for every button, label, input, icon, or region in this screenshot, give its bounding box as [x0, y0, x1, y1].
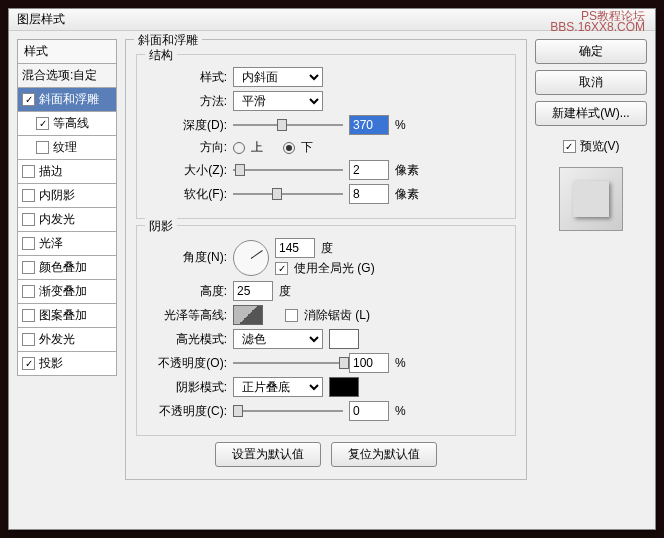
size-label: 大小(Z): — [147, 162, 227, 179]
sidebar-item-5[interactable]: 内发光 — [17, 208, 117, 232]
altitude-input[interactable] — [233, 281, 273, 301]
sidebar-item-7[interactable]: 颜色叠加 — [17, 256, 117, 280]
sidebar-label: 内发光 — [39, 211, 75, 228]
styles-sidebar: 样式 混合选项:自定 斜面和浮雕等高线纹理描边内阴影内发光光泽颜色叠加渐变叠加图… — [17, 39, 117, 521]
sidebar-label: 外发光 — [39, 331, 75, 348]
structure-group: 结构 样式: 内斜面 方法: 平滑 深度(D): — [136, 54, 516, 219]
sidebar-item-4[interactable]: 内阴影 — [17, 184, 117, 208]
depth-input[interactable] — [349, 115, 389, 135]
soften-slider[interactable] — [233, 185, 343, 203]
sidebar-checkbox-6[interactable] — [22, 237, 35, 250]
sidebar-item-6[interactable]: 光泽 — [17, 232, 117, 256]
antialias-checkbox[interactable] — [285, 309, 298, 322]
reset-default-button[interactable]: 复位为默认值 — [331, 442, 437, 467]
watermark: PS教程论坛 BBS.16XX8.COM — [550, 11, 645, 33]
style-select[interactable]: 内斜面 — [233, 67, 323, 87]
shading-group: 阴影 角度(N): 度 使用全局光 — [136, 225, 516, 436]
sidebar-label: 渐变叠加 — [39, 283, 87, 300]
sidebar-item-2[interactable]: 纹理 — [17, 136, 117, 160]
highlight-opacity-label: 不透明度(O): — [147, 355, 227, 372]
highlight-mode-select[interactable]: 滤色 — [233, 329, 323, 349]
soften-input[interactable] — [349, 184, 389, 204]
sidebar-blend-options[interactable]: 混合选项:自定 — [17, 64, 117, 88]
sidebar-checkbox-10[interactable] — [22, 333, 35, 346]
sidebar-label: 内阴影 — [39, 187, 75, 204]
cancel-button[interactable]: 取消 — [535, 70, 647, 95]
preview-thumbnail — [559, 167, 623, 231]
soften-label: 软化(F): — [147, 186, 227, 203]
shadow-opacity-input[interactable] — [349, 401, 389, 421]
sidebar-item-11[interactable]: 投影 — [17, 352, 117, 376]
preview-label: 预览(V) — [580, 138, 620, 155]
sidebar-checkbox-7[interactable] — [22, 261, 35, 274]
sidebar-checkbox-2[interactable] — [36, 141, 49, 154]
sidebar-item-9[interactable]: 图案叠加 — [17, 304, 117, 328]
angle-input[interactable] — [275, 238, 315, 258]
shadow-opacity-slider[interactable] — [233, 402, 343, 420]
depth-slider[interactable] — [233, 116, 343, 134]
sidebar-item-10[interactable]: 外发光 — [17, 328, 117, 352]
shadow-opacity-label: 不透明度(C): — [147, 403, 227, 420]
dir-up-radio[interactable] — [233, 142, 245, 154]
sidebar-label: 投影 — [39, 355, 63, 372]
ok-button[interactable]: 确定 — [535, 39, 647, 64]
new-style-button[interactable]: 新建样式(W)... — [535, 101, 647, 126]
sidebar-label: 图案叠加 — [39, 307, 87, 324]
dir-down-radio[interactable] — [283, 142, 295, 154]
sidebar-checkbox-0[interactable] — [22, 93, 35, 106]
preview-checkbox[interactable] — [563, 140, 576, 153]
sidebar-label: 斜面和浮雕 — [39, 91, 99, 108]
sidebar-label: 光泽 — [39, 235, 63, 252]
sidebar-checkbox-3[interactable] — [22, 165, 35, 178]
style-label: 样式: — [147, 69, 227, 86]
sidebar-checkbox-11[interactable] — [22, 357, 35, 370]
angle-label: 角度(N): — [147, 249, 227, 266]
sidebar-label: 颜色叠加 — [39, 259, 87, 276]
highlight-opacity-slider[interactable] — [233, 354, 343, 372]
sidebar-header: 样式 — [17, 39, 117, 64]
highlight-color[interactable] — [329, 329, 359, 349]
bevel-panel: 斜面和浮雕 结构 样式: 内斜面 方法: 平滑 深度(D): — [125, 39, 527, 480]
shadow-mode-label: 阴影模式: — [147, 379, 227, 396]
angle-dial[interactable] — [233, 240, 269, 276]
right-column: 确定 取消 新建样式(W)... 预览(V) — [535, 39, 647, 521]
size-input[interactable] — [349, 160, 389, 180]
sidebar-checkbox-1[interactable] — [36, 117, 49, 130]
highlight-opacity-input[interactable] — [349, 353, 389, 373]
sidebar-item-0[interactable]: 斜面和浮雕 — [17, 88, 117, 112]
dialog-title: 图层样式 — [17, 11, 65, 28]
set-default-button[interactable]: 设置为默认值 — [215, 442, 321, 467]
sidebar-checkbox-9[interactable] — [22, 309, 35, 322]
depth-label: 深度(D): — [147, 117, 227, 134]
sidebar-label: 等高线 — [53, 115, 89, 132]
gloss-contour-label: 光泽等高线: — [147, 307, 227, 324]
sidebar-label: 纹理 — [53, 139, 77, 156]
sidebar-item-1[interactable]: 等高线 — [17, 112, 117, 136]
sidebar-checkbox-8[interactable] — [22, 285, 35, 298]
sidebar-label: 描边 — [39, 163, 63, 180]
method-label: 方法: — [147, 93, 227, 110]
altitude-label: 高度: — [147, 283, 227, 300]
global-light-checkbox[interactable] — [275, 262, 288, 275]
size-slider[interactable] — [233, 161, 343, 179]
sidebar-item-8[interactable]: 渐变叠加 — [17, 280, 117, 304]
shadow-color[interactable] — [329, 377, 359, 397]
layer-style-dialog: 图层样式 PS教程论坛 BBS.16XX8.COM 样式 混合选项:自定 斜面和… — [8, 8, 656, 530]
shadow-mode-select[interactable]: 正片叠底 — [233, 377, 323, 397]
sidebar-checkbox-5[interactable] — [22, 213, 35, 226]
gloss-contour-swatch[interactable] — [233, 305, 263, 325]
sidebar-item-3[interactable]: 描边 — [17, 160, 117, 184]
highlight-mode-label: 高光模式: — [147, 331, 227, 348]
sidebar-checkbox-4[interactable] — [22, 189, 35, 202]
method-select[interactable]: 平滑 — [233, 91, 323, 111]
direction-label: 方向: — [147, 139, 227, 156]
